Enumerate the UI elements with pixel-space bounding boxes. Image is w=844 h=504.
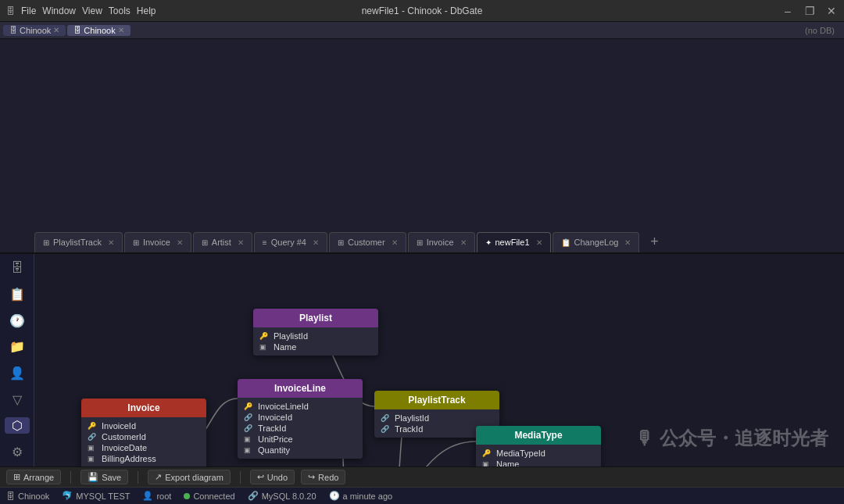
field-icon-invoiceline-3: ▣ <box>244 435 253 443</box>
menu-view[interactable]: View <box>82 5 102 16</box>
undo-icon: ↩ <box>257 472 264 482</box>
titlebar: 🗄 File Window View Tools Help newFile1 -… <box>0 0 844 22</box>
field-name-playlisttrack-1: TrackId <box>395 424 423 434</box>
window-title: newFile1 - Chinook - DbGate <box>362 5 483 16</box>
node-invoiceline[interactable]: InvoiceLine 🔑 InvoiceLineId 🔗 InvoiceId … <box>238 379 363 459</box>
field-name-invoiceline-0: InvoiceLineId <box>258 402 309 411</box>
status-user-icon: 👤 <box>142 491 153 501</box>
menu-tools[interactable]: Tools <box>109 5 131 16</box>
tab-close-4[interactable]: ✕ <box>392 238 398 247</box>
tab-icon-7: 📋 <box>561 238 570 247</box>
maximize-button[interactable]: ❐ <box>803 5 816 17</box>
watermark: 🎙 公众号・追逐时光者 <box>635 426 828 451</box>
status-engine-label: MYSQL TEST <box>76 491 130 501</box>
arrange-button[interactable]: ⊞ Arrange <box>6 470 61 484</box>
tab-bar: ⊞PlaylistTrack✕⊞Invoice✕⊞Artist✕≡Query #… <box>0 39 844 254</box>
field-name-invoice-2: InvoiceDate <box>102 443 147 452</box>
field-name-invoiceline-2: TrackId <box>258 424 286 433</box>
tab-icon-0: ⊞ <box>43 238 49 247</box>
sidebar-db-icon[interactable]: 📋 <box>5 286 30 303</box>
db-tab-chinook2[interactable]: 🗄 Chinook ✕ <box>67 25 130 36</box>
menu-help[interactable]: Help <box>137 5 156 16</box>
field-name-invoice-1: CustomerId <box>102 432 146 441</box>
node-header-invoice: Invoice <box>81 399 206 417</box>
field-icon-playlist-1: ▣ <box>259 343 269 351</box>
db-tab-chinook1[interactable]: 🗄 Chinook ✕ <box>3 25 66 36</box>
status-connection-label: Connected <box>193 491 234 501</box>
diagram-canvas: Playlist 🔑 PlaylistId ▣ Name PlaylistTra… <box>34 254 844 467</box>
field-invoice-4: ▣ BillingCity <box>81 464 206 467</box>
field-name-mediatype-0: MediaTypeId <box>496 449 545 458</box>
field-invoiceline-3: ▣ UnitPrice <box>238 434 363 445</box>
field-name-mediatype-1: Name <box>496 459 519 467</box>
tab-changelog-7[interactable]: 📋ChangeLog✕ <box>553 232 640 252</box>
minimize-button[interactable]: – <box>781 5 794 17</box>
tab-customer-4[interactable]: ⊞Customer✕ <box>329 232 406 252</box>
field-icon-invoice-3: ▣ <box>88 455 97 463</box>
field-name-invoice-0: InvoiceId <box>102 421 136 431</box>
sidebar-filter-icon[interactable]: ▽ <box>5 391 30 408</box>
undo-label: Undo <box>267 473 288 482</box>
bottom-toolbar: ⊞ Arrange 💾 Save ↗ Export diagram ↩ Undo… <box>0 466 844 487</box>
field-name-invoice-4: BillingCity <box>102 465 139 467</box>
tab-label-4: Customer <box>348 238 385 247</box>
tab-icon-6: ✦ <box>485 238 492 247</box>
node-header-playlisttrack: PlaylistTrack <box>374 391 499 409</box>
db-tab-chinook2-label: Chinook <box>84 26 115 35</box>
tab-close-2[interactable]: ✕ <box>238 238 244 247</box>
toolbar-separator-2 <box>138 471 138 484</box>
tab-newfile1-6[interactable]: ✦newFile1✕ <box>477 232 551 252</box>
sidebar-folder-icon[interactable]: 📁 <box>5 338 30 356</box>
node-body-invoice: 🔑 InvoiceId 🔗 CustomerId ▣ InvoiceDate ▣… <box>81 417 206 467</box>
status-db-name[interactable]: 🗄 Chinook <box>6 491 49 501</box>
status-db-label: Chinook <box>18 491 49 501</box>
tab-icon-3: ≡ <box>263 238 267 247</box>
tab-label-1: Invoice <box>143 238 170 247</box>
tab-artist-2[interactable]: ⊞Artist✕ <box>193 232 252 252</box>
tab-close-1[interactable]: ✕ <box>177 238 183 247</box>
field-mediatype-1: ▣ Name <box>476 459 601 467</box>
sidebar-diagram-icon[interactable]: ⬡ <box>5 417 30 434</box>
toolbar-separator-1 <box>70 471 71 484</box>
tab-query-#4-3[interactable]: ≡Query #4✕ <box>254 232 327 252</box>
node-playlist[interactable]: Playlist 🔑 PlaylistId ▣ Name <box>253 309 378 356</box>
tab-add-button[interactable]: + <box>644 232 664 252</box>
tab-invoice-1[interactable]: ⊞Invoice✕ <box>124 232 191 252</box>
node-mediatype[interactable]: MediaType 🔑 MediaTypeId ▣ Name <box>476 426 601 467</box>
status-version: 🔗 MySQL 8.0.20 <box>248 491 316 501</box>
node-header-invoiceline: InvoiceLine <box>238 379 363 398</box>
save-icon: 💾 <box>88 472 98 482</box>
node-invoice[interactable]: Invoice 🔑 InvoiceId 🔗 CustomerId ▣ Invoi… <box>81 399 206 467</box>
tab-icon-4: ⊞ <box>338 238 344 247</box>
status-db-icon: 🗄 <box>6 491 15 501</box>
field-invoice-2: ▣ InvoiceDate <box>81 442 206 453</box>
db-tab-chinook1-close[interactable]: ✕ <box>53 26 59 34</box>
tab-close-5[interactable]: ✕ <box>460 238 467 247</box>
close-button[interactable]: ✕ <box>825 5 838 17</box>
field-name-playlisttrack-0: PlaylistId <box>395 413 429 423</box>
tab-close-0[interactable]: ✕ <box>108 238 114 247</box>
tab-close-3[interactable]: ✕ <box>313 238 319 247</box>
db-tab-chinook2-close[interactable]: ✕ <box>118 26 124 34</box>
sidebar-settings-icon[interactable]: ⚙ <box>5 443 30 460</box>
menu-window[interactable]: Window <box>42 5 76 16</box>
field-icon-invoice-4: ▣ <box>88 466 97 467</box>
menu-file[interactable]: File <box>21 5 36 16</box>
tab-close-6[interactable]: ✕ <box>536 238 542 247</box>
field-name-invoiceline-3: UnitPrice <box>258 434 293 444</box>
field-icon-invoice-2: ▣ <box>88 444 97 452</box>
app-logo-icon: 🗄 <box>6 6 15 16</box>
tab-playlisttrack-0[interactable]: ⊞PlaylistTrack✕ <box>34 232 123 252</box>
export-button[interactable]: ↗ Export diagram <box>148 470 231 484</box>
tab-invoice-5[interactable]: ⊞Invoice✕ <box>408 232 475 252</box>
sidebar-user-icon[interactable]: 👤 <box>5 365 30 382</box>
tab-close-7[interactable]: ✕ <box>624 238 631 247</box>
undo-button[interactable]: ↩ Undo <box>250 470 295 484</box>
redo-button[interactable]: ↪ Redo <box>301 470 345 484</box>
field-invoiceline-4: ▣ Quantity <box>238 445 363 456</box>
field-name-playlist-0: PlaylistId <box>274 331 308 341</box>
sidebar-history-icon[interactable]: 🕐 <box>5 313 30 330</box>
field-invoice-0: 🔑 InvoiceId <box>81 420 206 431</box>
tab-icon-1: ⊞ <box>133 238 139 247</box>
save-button[interactable]: 💾 Save <box>80 470 128 484</box>
